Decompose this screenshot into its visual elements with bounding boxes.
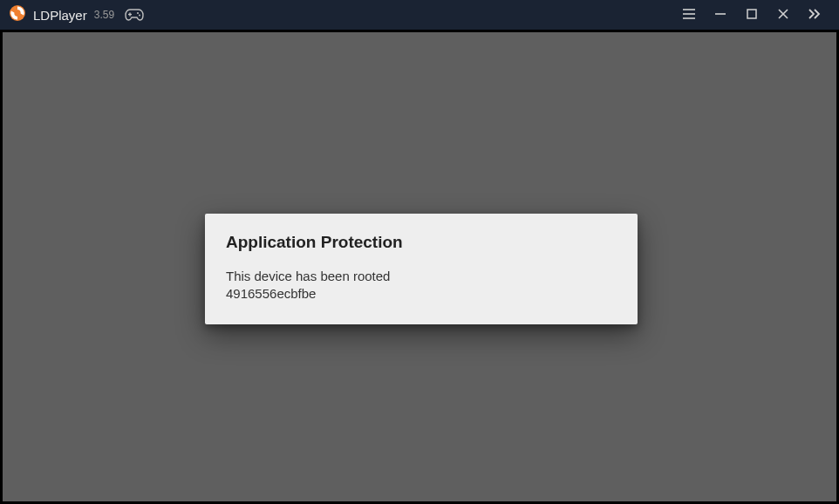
svg-point-3 xyxy=(137,12,139,14)
close-button[interactable] xyxy=(767,0,799,30)
svg-point-4 xyxy=(139,15,140,17)
emulator-screen[interactable]: Application Protection This device has b… xyxy=(3,32,836,501)
app-name: LDPlayer xyxy=(33,8,87,23)
expand-sidebar-button[interactable] xyxy=(799,0,830,30)
dialog-message-line1: This device has been rooted xyxy=(226,268,617,285)
dialog-message-line2: 4916556ecbfbe xyxy=(226,285,617,303)
titlebar: LDPlayer 3.59 xyxy=(0,0,839,30)
hamburger-icon xyxy=(683,7,695,23)
titlebar-right xyxy=(673,0,830,30)
gamepad-icon[interactable] xyxy=(125,8,144,22)
chevron-double-right-icon xyxy=(808,7,822,23)
app-logo-icon xyxy=(9,4,26,25)
titlebar-left: LDPlayer 3.59 xyxy=(9,4,144,25)
alert-dialog: Application Protection This device has b… xyxy=(205,214,638,324)
minimize-button[interactable] xyxy=(705,0,736,30)
svg-rect-9 xyxy=(747,10,756,18)
menu-button[interactable] xyxy=(673,0,705,30)
maximize-button[interactable] xyxy=(736,0,767,30)
app-window: LDPlayer 3.59 xyxy=(0,0,839,504)
dialog-message: This device has been rooted 4916556ecbfb… xyxy=(226,268,617,303)
maximize-icon xyxy=(747,7,757,23)
close-icon xyxy=(778,7,788,23)
minimize-icon xyxy=(715,7,726,23)
app-version: 3.59 xyxy=(94,9,114,21)
content-border: Application Protection This device has b… xyxy=(0,30,839,504)
dialog-title: Application Protection xyxy=(226,233,617,252)
